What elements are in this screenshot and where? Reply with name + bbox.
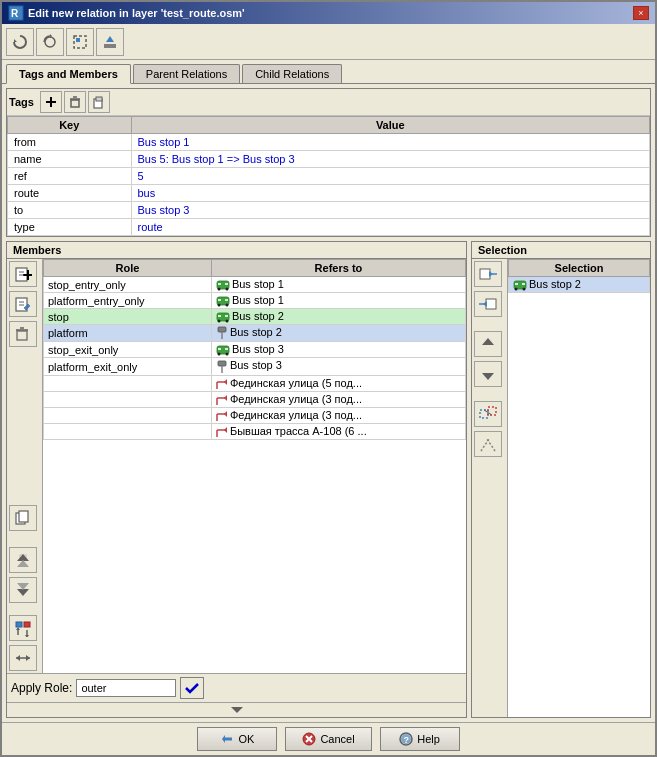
upload-button[interactable]: [96, 28, 124, 56]
select-button[interactable]: [66, 28, 94, 56]
member-role: [44, 391, 212, 407]
member-row[interactable]: stop Bus stop 2: [44, 309, 466, 325]
scroll-down-indicator[interactable]: [7, 702, 466, 717]
selection-content: Selection Bus stop 2: [472, 259, 650, 717]
svg-rect-94: [515, 283, 518, 285]
svg-point-57: [225, 320, 228, 323]
add-member-button[interactable]: [9, 261, 37, 287]
member-role: [44, 375, 212, 391]
move-down-button[interactable]: [9, 577, 37, 603]
reverse-button[interactable]: [9, 645, 37, 671]
refresh-button[interactable]: [6, 28, 34, 56]
title-left: R Edit new relation in layer 'test_route…: [8, 5, 245, 21]
cancel-label: Cancel: [320, 733, 354, 745]
tag-row[interactable]: type route: [8, 219, 650, 236]
member-row[interactable]: Фединская улица (3 под...: [44, 407, 466, 423]
tag-row[interactable]: route bus: [8, 185, 650, 202]
role-header: Role: [44, 260, 212, 277]
member-row[interactable]: Фединская улица (5 под...: [44, 375, 466, 391]
tag-row[interactable]: from Bus stop 1: [8, 134, 650, 151]
member-row[interactable]: platform_entry_only Bus stop 1: [44, 293, 466, 309]
member-role: stop_exit_only: [44, 342, 212, 358]
svg-marker-32: [17, 589, 29, 596]
help-icon: ?: [399, 732, 413, 746]
delete-member-button[interactable]: [9, 321, 37, 347]
ok-button[interactable]: OK: [197, 727, 277, 751]
member-refers: Bus stop 2: [211, 325, 465, 342]
svg-marker-33: [17, 583, 29, 590]
tag-row[interactable]: ref 5: [8, 168, 650, 185]
checkmark-icon: [184, 680, 200, 696]
apply-role-confirm-button[interactable]: [180, 677, 204, 699]
member-row[interactable]: stop_entry_only Bus stop 1: [44, 277, 466, 293]
svg-point-97: [523, 288, 526, 291]
apply-role-input[interactable]: [76, 679, 176, 697]
svg-marker-98: [222, 735, 232, 743]
svg-point-56: [217, 320, 220, 323]
tab-child-relations[interactable]: Child Relations: [242, 64, 342, 83]
member-row[interactable]: stop_exit_only Bus stop 3: [44, 342, 466, 358]
tag-row[interactable]: name Bus 5: Bus stop 1 => Bus stop 3: [8, 151, 650, 168]
member-row[interactable]: platform_exit_only Bus stop 3: [44, 358, 466, 375]
sel-move-down-button[interactable]: [474, 361, 502, 387]
sel-highlight-button[interactable]: [474, 431, 502, 457]
members-sidebar: [7, 259, 43, 673]
selection-table-area: Selection Bus stop 2: [508, 259, 650, 717]
member-refers: Фединская улица (3 под...: [211, 407, 465, 423]
member-refers: Bus stop 3: [211, 358, 465, 375]
svg-rect-34: [16, 622, 22, 627]
svg-rect-35: [24, 622, 30, 627]
member-row[interactable]: Фединская улица (3 под...: [44, 391, 466, 407]
member-refers: Бывшая трасса А-108 (6 ...: [211, 423, 465, 439]
sel-move-down-icon: [479, 365, 497, 383]
member-row[interactable]: platform Bus stop 2: [44, 325, 466, 342]
sort-button[interactable]: [9, 615, 37, 641]
member-refers: Фединская улица (3 под...: [211, 391, 465, 407]
tag-key: from: [8, 134, 132, 151]
svg-point-52: [225, 304, 228, 307]
selection-col-header: Selection: [509, 260, 650, 277]
members-table: Role Refers to stop_entry_only Bus stop …: [43, 259, 466, 440]
members-table-area: Role Refers to stop_entry_only Bus stop …: [43, 259, 466, 673]
apply-role-bar: Apply Role:: [7, 673, 466, 702]
member-refers: Bus stop 3: [211, 342, 465, 358]
tab-parent-relations[interactable]: Parent Relations: [133, 64, 240, 83]
members-selection-area: Members: [6, 241, 651, 718]
svg-point-96: [515, 288, 518, 291]
close-button[interactable]: ×: [633, 6, 649, 20]
paste-tag-button[interactable]: [88, 91, 110, 113]
copy-icon: [14, 509, 32, 527]
move-up-button[interactable]: [9, 547, 37, 573]
bottom-toolbar: OK Cancel ? Help: [2, 722, 655, 755]
delete-icon: [68, 95, 82, 109]
reload-button[interactable]: [36, 28, 64, 56]
value-header: Value: [131, 117, 650, 134]
svg-rect-45: [225, 283, 228, 285]
cancel-button[interactable]: Cancel: [285, 727, 371, 751]
tag-row[interactable]: to Bus stop 3: [8, 202, 650, 219]
svg-text:?: ?: [404, 735, 410, 745]
selection-row[interactable]: Bus stop 2: [509, 277, 650, 293]
sel-add-button[interactable]: [474, 261, 502, 287]
copy-member-button[interactable]: [9, 505, 37, 531]
down-chevron-icon: [230, 705, 244, 715]
sel-zoom-button[interactable]: [474, 401, 502, 427]
add-tag-button[interactable]: [40, 91, 62, 113]
members-section: Members: [6, 241, 467, 718]
svg-marker-31: [17, 560, 29, 567]
sel-move-up-button[interactable]: [474, 331, 502, 357]
selection-value: Bus stop 2: [509, 277, 650, 293]
cancel-icon: [302, 732, 316, 746]
sel-remove-button[interactable]: [474, 291, 502, 317]
selection-label: Selection: [478, 244, 527, 256]
help-button[interactable]: ? Help: [380, 727, 460, 751]
delete-tag-button[interactable]: [64, 91, 86, 113]
svg-rect-54: [218, 315, 221, 317]
edit-member-button[interactable]: [9, 291, 37, 317]
member-role: [44, 407, 212, 423]
svg-rect-61: [218, 348, 221, 350]
member-row[interactable]: Бывшая трасса А-108 (6 ...: [44, 423, 466, 439]
sel-move-up-icon: [479, 335, 497, 353]
members-content: Role Refers to stop_entry_only Bus stop …: [7, 259, 466, 673]
tab-tags-members[interactable]: Tags and Members: [6, 64, 131, 84]
